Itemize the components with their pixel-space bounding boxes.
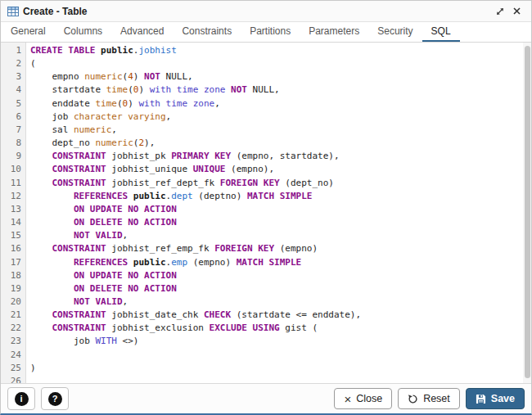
- code-line: 5 enddate time(0) with time zone,: [1, 97, 531, 111]
- close-button-label: Close: [356, 393, 382, 404]
- code-text: CONSTRAINT jobhist_pk PRIMARY KEY (empno…: [26, 150, 340, 163]
- tab-parameters[interactable]: Parameters: [300, 22, 368, 42]
- reset-button[interactable]: Reset: [398, 388, 460, 409]
- line-number: 4: [1, 83, 26, 97]
- reset-button-label: Reset: [423, 393, 450, 404]
- create-table-dialog: Create - Table GeneralColumnsAdvancedCon…: [0, 0, 532, 415]
- code-text: CONSTRAINT jobhist_exclusion EXCLUDE USI…: [26, 322, 318, 335]
- code-text: startdate time(0) with time zone NOT NUL…: [26, 83, 280, 97]
- line-number: 9: [1, 150, 26, 163]
- tab-general[interactable]: General: [2, 22, 55, 42]
- tab-security[interactable]: Security: [368, 22, 422, 42]
- code-text: CONSTRAINT jobhist_date_chk CHECK (start…: [26, 309, 361, 322]
- line-number: 17: [1, 256, 26, 269]
- help-button[interactable]: ?: [41, 387, 69, 410]
- code-line: 20 NOT VALID,: [1, 295, 531, 309]
- line-number: 20: [1, 295, 26, 309]
- code-line: 26: [1, 375, 531, 383]
- code-text: ON UPDATE NO ACTION: [26, 269, 177, 282]
- line-number: 1: [1, 44, 26, 57]
- code-line: 4 startdate time(0) with time zone NOT N…: [1, 83, 531, 97]
- line-number: 18: [1, 269, 26, 282]
- dialog-footer: i ? × Close Reset Save: [1, 383, 531, 413]
- line-number: 10: [1, 163, 26, 176]
- code-line: 12 REFERENCES public.dept (deptno) MATCH…: [1, 190, 531, 203]
- code-line: 17 REFERENCES public.emp (empno) MATCH S…: [1, 256, 531, 269]
- code-line: 19 ON DELETE NO ACTION: [1, 282, 531, 295]
- code-text: enddate time(0) with time zone,: [26, 97, 220, 111]
- code-line: 15 NOT VALID,: [1, 229, 531, 242]
- code-text: CONSTRAINT jobhist_ref_dept_fk FOREIGN K…: [26, 177, 334, 190]
- line-number: 26: [1, 375, 26, 383]
- sql-editor[interactable]: 1CREATE TABLE public.jobhist2(3 empno nu…: [1, 43, 531, 383]
- line-number: 15: [1, 229, 26, 242]
- code-text: job WITH <>): [26, 335, 138, 348]
- close-button[interactable]: × Close: [334, 388, 392, 409]
- scrollbar-thumb[interactable]: [525, 46, 530, 378]
- code-text: REFERENCES public.emp (empno) MATCH SIMP…: [26, 256, 301, 269]
- tab-constraints[interactable]: Constraints: [173, 22, 241, 42]
- code-line: 22 CONSTRAINT jobhist_exclusion EXCLUDE …: [1, 322, 531, 335]
- line-number: 6: [1, 111, 26, 124]
- info-button[interactable]: i: [7, 387, 35, 410]
- code-text: ON DELETE NO ACTION: [26, 216, 177, 229]
- line-number: 12: [1, 190, 26, 203]
- code-line: 3 empno numeric(4) NOT NULL,: [1, 70, 531, 83]
- code-line: 24: [1, 349, 531, 362]
- code-text: [26, 375, 36, 383]
- line-number: 14: [1, 216, 26, 229]
- code-text: ): [26, 362, 36, 375]
- tab-advanced[interactable]: Advanced: [111, 22, 173, 42]
- code-line: 23 job WITH <>): [1, 335, 531, 348]
- tab-sql[interactable]: SQL: [422, 22, 460, 42]
- code-text: REFERENCES public.dept (deptno) MATCH SI…: [26, 190, 312, 203]
- line-number: 7: [1, 124, 26, 137]
- tab-partitions[interactable]: Partitions: [241, 22, 300, 42]
- code-line: 2(: [1, 57, 531, 70]
- code-line: 21 CONSTRAINT jobhist_date_chk CHECK (st…: [1, 309, 531, 322]
- line-number: 3: [1, 70, 26, 83]
- code-line: 25): [1, 362, 531, 375]
- code-line: 8 dept_no numeric(2),: [1, 137, 531, 150]
- close-icon[interactable]: [508, 3, 525, 20]
- line-number: 19: [1, 282, 26, 295]
- line-number: 23: [1, 335, 26, 348]
- dialog-title: Create - Table: [23, 6, 87, 17]
- code-text: sal numeric,: [26, 124, 117, 137]
- code-line: 16 CONSTRAINT jobhist_ref_emp_fk FOREIGN…: [1, 242, 531, 255]
- code-text: dept_no numeric(2),: [26, 137, 155, 150]
- code-text: ON DELETE NO ACTION: [26, 282, 177, 295]
- code-line: 10 CONSTRAINT jobhist_unique UNIQUE (emp…: [1, 163, 531, 176]
- code-text: CONSTRAINT jobhist_unique UNIQUE (empno)…: [26, 163, 274, 176]
- editor-scrollbar[interactable]: [523, 43, 531, 383]
- save-icon: [476, 394, 486, 404]
- info-icon: i: [15, 392, 29, 406]
- dialog-header: Create - Table: [1, 1, 531, 22]
- tab-bar: GeneralColumnsAdvancedConstraintsPartiti…: [1, 22, 531, 43]
- line-number: 11: [1, 177, 26, 190]
- code-text: [26, 349, 36, 362]
- code-lines: 1CREATE TABLE public.jobhist2(3 empno nu…: [1, 43, 531, 383]
- code-line: 9 CONSTRAINT jobhist_pk PRIMARY KEY (emp…: [1, 150, 531, 163]
- code-text: job character varying,: [26, 111, 171, 124]
- tab-columns[interactable]: Columns: [55, 22, 111, 42]
- code-text: CREATE TABLE public.jobhist: [26, 44, 177, 57]
- code-text: (: [26, 57, 36, 70]
- save-button-label: Save: [491, 393, 515, 404]
- line-number: 16: [1, 242, 26, 255]
- dialog-title-wrap: Create - Table: [7, 6, 87, 17]
- table-icon: [7, 7, 19, 16]
- line-number: 24: [1, 349, 26, 362]
- code-text: empno numeric(4) NOT NULL,: [26, 70, 193, 83]
- code-text: NOT VALID,: [26, 229, 128, 242]
- reset-icon: [408, 394, 418, 404]
- line-number: 5: [1, 97, 26, 111]
- line-number: 25: [1, 362, 26, 375]
- line-number: 13: [1, 203, 26, 216]
- maximize-icon[interactable]: [492, 3, 508, 20]
- line-number: 8: [1, 137, 26, 150]
- close-x-icon: ×: [344, 393, 351, 405]
- help-icon: ?: [48, 392, 62, 406]
- save-button[interactable]: Save: [466, 388, 525, 409]
- code-line: 11 CONSTRAINT jobhist_ref_dept_fk FOREIG…: [1, 177, 531, 190]
